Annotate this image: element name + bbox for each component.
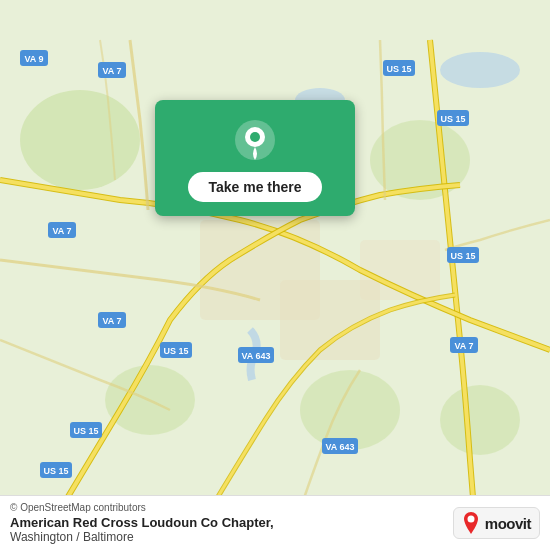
map-container: VA 9 VA 7 US 15 US 15 VA 7 VA 7 US 15 US…	[0, 0, 550, 550]
svg-text:VA 7: VA 7	[102, 316, 121, 326]
take-me-there-button[interactable]: Take me there	[188, 172, 321, 202]
svg-point-3	[20, 90, 140, 190]
moovit-logo: moovit	[453, 507, 540, 539]
attribution-bar: © OpenStreetMap contributors American Re…	[0, 495, 550, 550]
svg-text:US 15: US 15	[73, 426, 98, 436]
moovit-pin-icon	[462, 512, 480, 534]
moovit-label: moovit	[485, 515, 531, 532]
svg-text:US 15: US 15	[386, 64, 411, 74]
svg-text:VA 643: VA 643	[241, 351, 270, 361]
osm-credit: © OpenStreetMap contributors	[10, 502, 274, 513]
svg-text:US 15: US 15	[163, 346, 188, 356]
location-subtitle: Washington / Baltimore	[10, 530, 274, 544]
location-card[interactable]: Take me there	[155, 100, 355, 216]
svg-text:US 15: US 15	[450, 251, 475, 261]
svg-text:VA 9: VA 9	[24, 54, 43, 64]
svg-text:US 15: US 15	[440, 114, 465, 124]
svg-text:VA 7: VA 7	[102, 66, 121, 76]
svg-text:VA 7: VA 7	[52, 226, 71, 236]
svg-point-40	[467, 516, 474, 523]
attribution-left: © OpenStreetMap contributors American Re…	[10, 502, 274, 544]
svg-text:US 15: US 15	[43, 466, 68, 476]
location-title: American Red Cross Loudoun Co Chapter,	[10, 515, 274, 530]
location-pin-icon	[233, 118, 277, 162]
svg-point-39	[250, 132, 260, 142]
svg-text:VA 643: VA 643	[325, 442, 354, 452]
svg-point-7	[440, 385, 520, 455]
svg-text:VA 7: VA 7	[454, 341, 473, 351]
svg-point-2	[440, 52, 520, 88]
